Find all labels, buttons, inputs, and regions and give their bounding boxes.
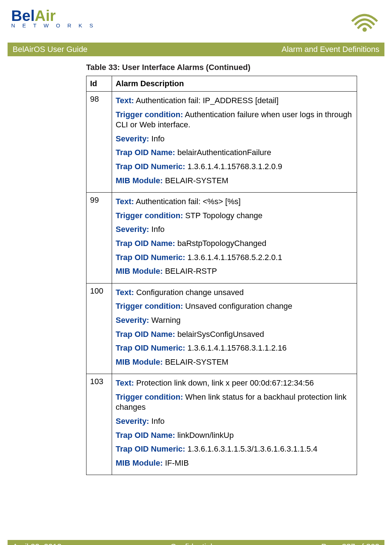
alarm-description: Text: Protection link down, link x peer … bbox=[112, 374, 357, 475]
table-row: 99 Text: Authentication fail: <%s> [%s] … bbox=[86, 193, 357, 284]
footer-page: Page 337 of 362 bbox=[321, 542, 379, 545]
footer-date: April 22, 2012 bbox=[13, 542, 62, 545]
alarms-table: Id Alarm Description 98 Text: Authentica… bbox=[86, 76, 357, 475]
value-text: Protection link down, link x peer 00:0d:… bbox=[134, 378, 314, 387]
value-mib: BELAIR-RSTP bbox=[163, 267, 217, 276]
table-row: 100 Text: Configuration change unsaved T… bbox=[86, 283, 357, 374]
table-row: 103 Text: Protection link down, link x p… bbox=[86, 374, 357, 475]
label-trapnumeric: Trap OID Numeric: bbox=[116, 444, 185, 453]
label-trapnumeric: Trap OID Numeric: bbox=[116, 253, 185, 262]
footer-confidential: Confidential bbox=[170, 542, 212, 545]
alarm-id: 103 bbox=[86, 374, 112, 475]
label-severity: Severity: bbox=[116, 134, 149, 143]
value-mib: IF-MIB bbox=[163, 458, 189, 467]
label-trapnumeric: Trap OID Numeric: bbox=[116, 162, 185, 171]
value-severity: Warning bbox=[149, 316, 181, 325]
label-trapnumeric: Trap OID Numeric: bbox=[116, 343, 185, 352]
value-trigger: Unsaved configuration change bbox=[183, 302, 292, 311]
alarm-id: 98 bbox=[86, 92, 112, 193]
section-title: Alarm and Event Definitions bbox=[282, 45, 379, 54]
value-text: Authentication fail: <%s> [%s] bbox=[134, 197, 241, 206]
value-mib: BELAIR-SYSTEM bbox=[163, 357, 228, 366]
alarm-id: 100 bbox=[86, 283, 112, 374]
title-bar: BelAirOS User Guide Alarm and Event Defi… bbox=[8, 43, 384, 56]
company-logo: BelAir N E T W O R K S bbox=[11, 7, 96, 28]
page-header: BelAir N E T W O R K S bbox=[8, 7, 384, 43]
label-mib: MIB Module: bbox=[116, 267, 163, 276]
label-severity: Severity: bbox=[116, 225, 149, 234]
value-trapnumeric: 1.3.6.1.4.1.15768.5.2.2.0.1 bbox=[185, 253, 282, 262]
alarm-description: Text: Authentication fail: IP_ADDRESS [d… bbox=[112, 92, 357, 193]
page: BelAir N E T W O R K S BelAirOS User Gui… bbox=[8, 0, 384, 545]
header-description: Alarm Description bbox=[112, 76, 357, 92]
label-severity: Severity: bbox=[116, 417, 149, 426]
label-trapname: Trap OID Name: bbox=[116, 330, 175, 339]
value-trapname: baRstpTopologyChanged bbox=[175, 239, 266, 248]
value-trapname: linkDown/linkUp bbox=[175, 431, 234, 440]
value-trapnumeric: 1.3.6.1.4.1.15768.3.1.2.0.9 bbox=[185, 162, 282, 171]
logo-part1: Bel bbox=[11, 7, 35, 24]
guide-title: BelAirOS User Guide bbox=[13, 45, 88, 54]
value-text: Authentication fail: IP_ADDRESS [detail] bbox=[134, 96, 279, 105]
footer-bar: April 22, 2012 Confidential Page 337 of … bbox=[8, 540, 384, 545]
header-id: Id bbox=[86, 76, 112, 92]
value-severity: Info bbox=[149, 417, 165, 426]
content-area: Table 33: User Interface Alarms (Continu… bbox=[8, 56, 384, 475]
value-trapnumeric: 1.3.6.1.4.1.15768.3.1.1.2.16 bbox=[185, 343, 286, 352]
label-trigger: Trigger condition: bbox=[116, 211, 183, 220]
label-trapname: Trap OID Name: bbox=[116, 431, 175, 440]
value-severity: Info bbox=[149, 134, 165, 143]
label-text: Text: bbox=[116, 378, 134, 387]
value-text: Configuration change unsaved bbox=[134, 288, 244, 297]
value-trapname: belairAuthenticationFailure bbox=[175, 148, 271, 157]
value-trapnumeric: 1.3.6.1.6.3.1.1.5.3/1.3.6.1.6.3.1.1.5.4 bbox=[185, 444, 317, 453]
label-trigger: Trigger condition: bbox=[116, 302, 183, 311]
logo-subtext: N E T W O R K S bbox=[11, 22, 96, 28]
label-trigger: Trigger condition: bbox=[116, 110, 183, 119]
label-mib: MIB Module: bbox=[116, 357, 163, 366]
alarm-description: Text: Authentication fail: <%s> [%s] Tri… bbox=[112, 193, 357, 284]
table-caption: Table 33: User Interface Alarms (Continu… bbox=[8, 63, 384, 76]
svg-point-0 bbox=[362, 27, 367, 32]
logo-text: BelAir bbox=[11, 7, 96, 25]
label-text: Text: bbox=[116, 288, 134, 297]
table-header-row: Id Alarm Description bbox=[86, 76, 357, 92]
value-mib: BELAIR-SYSTEM bbox=[163, 176, 228, 185]
logo-part2: Air bbox=[35, 7, 55, 24]
label-text: Text: bbox=[116, 197, 134, 206]
label-mib: MIB Module: bbox=[116, 458, 163, 467]
label-mib: MIB Module: bbox=[116, 176, 163, 185]
network-icon bbox=[348, 9, 381, 35]
table-body: 98 Text: Authentication fail: IP_ADDRESS… bbox=[86, 92, 357, 475]
label-severity: Severity: bbox=[116, 316, 149, 325]
label-trapname: Trap OID Name: bbox=[116, 239, 175, 248]
value-trigger: STP Topology change bbox=[183, 211, 263, 220]
value-trapname: belairSysConfigUnsaved bbox=[175, 330, 264, 339]
alarm-id: 99 bbox=[86, 193, 112, 284]
table-row: 98 Text: Authentication fail: IP_ADDRESS… bbox=[86, 92, 357, 193]
alarm-description: Text: Configuration change unsaved Trigg… bbox=[112, 283, 357, 374]
label-trapname: Trap OID Name: bbox=[116, 148, 175, 157]
label-trigger: Trigger condition: bbox=[116, 392, 183, 401]
label-text: Text: bbox=[116, 96, 134, 105]
value-severity: Info bbox=[149, 225, 165, 234]
